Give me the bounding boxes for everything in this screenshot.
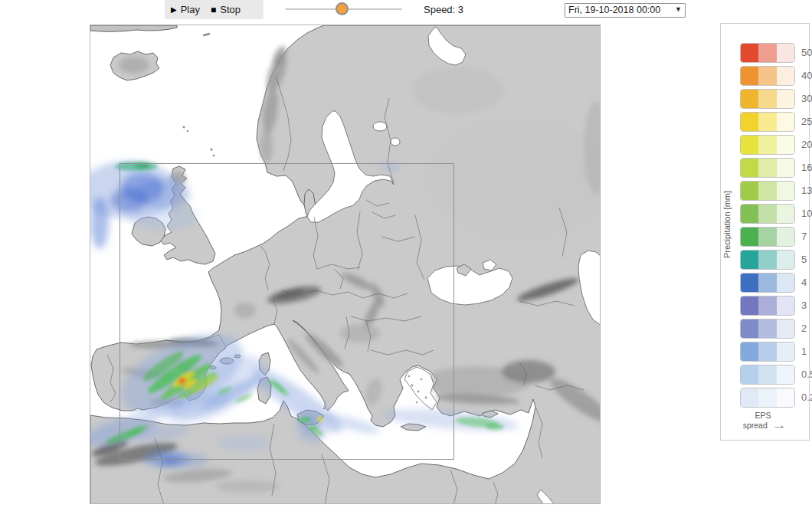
legend-swatch-cell [758,388,776,407]
legend-swatch-cell [741,342,758,361]
legend-value: 20 [801,139,812,150]
legend-swatch [740,250,795,270]
legend-swatch-cell [741,365,758,384]
legend-swatch [740,204,795,224]
speed-label: Speed: 3 [424,4,463,15]
stop-icon: ■ [211,5,216,15]
map-canvas [90,25,601,504]
legend-row: 40 [740,66,795,86]
datetime-select[interactable]: Fri, 19-10-2018 00:00 [565,3,686,18]
legend-value: 0.2 [801,392,812,403]
legend-swatch-cell [777,251,794,269]
eps-spread-arrow-icon: → [771,421,787,431]
eps-label-line1: EPS [730,411,796,421]
legend-row: 2 [740,319,795,339]
precipitation-legend: Precipitation [mm] 50 40 30 25 [720,23,810,441]
legend-value: 0.5 [801,369,812,380]
speed-slider[interactable] [285,0,402,19]
datetime-dropdown-wrap: Fri, 19-10-2018 00:00 ▼ [565,2,686,17]
stop-label: Stop [220,4,241,15]
legend-swatch-cell [777,297,794,315]
legend-swatch-cell [777,205,794,223]
legend-value: 16 [801,162,812,173]
legend-swatch-cell [777,159,794,177]
legend-swatch-cell [758,67,776,85]
legend-swatch [740,342,795,362]
legend-title: Precipitation [mm] [722,171,732,278]
legend-swatch-cell [758,44,776,62]
legend-value: 30 [801,93,812,104]
legend-swatch-cell [758,182,776,200]
legend-swatch-cell [758,274,776,292]
legend-swatch-cell [758,113,776,131]
legend-swatch-cell [758,136,776,154]
legend-swatch [740,89,795,109]
precipitation-animation-app: ▶ Play ■ Stop Speed: 3 Fri, 19-10-2018 0… [0,0,812,521]
legend-swatch-cell [741,388,758,407]
legend-row: 0.2 [740,388,795,408]
play-label: Play [181,4,200,15]
play-icon: ▶ [171,6,177,14]
legend-swatch-cell [777,365,794,384]
legend-swatch [740,181,795,201]
legend-value: 13 [801,185,812,196]
legend-swatch-cell [741,182,758,200]
legend-swatch-cell [758,251,776,269]
legend-swatch-cell [777,274,794,292]
legend-value: 2 [801,323,807,334]
legend-row: 30 [740,89,795,109]
legend-swatch [740,227,795,247]
legend-row: 0.5 [740,365,795,385]
stop-button[interactable]: ■ Stop [211,4,241,15]
legend-swatch [740,319,795,339]
legend-swatch-cell [741,228,758,246]
legend-swatch-cell [777,388,794,407]
legend-swatch-cell [777,319,794,338]
legend-swatch-cell [777,136,794,154]
speed-slider-knob[interactable] [336,2,349,15]
eps-label-line2: spread [743,421,768,430]
legend-swatch [740,273,795,293]
legend-value: 50 [801,47,812,58]
legend-swatch-cell [777,67,794,85]
eps-spread-label: EPS spread→ [730,411,796,431]
legend-row: 20 [740,135,795,155]
legend-swatch-cell [758,319,776,338]
legend-row: 7 [740,227,795,247]
legend-value: 40 [801,70,812,81]
legend-swatch-cell [741,274,758,292]
legend-swatch [740,135,795,155]
legend-value: 3 [801,300,807,311]
legend-swatch-cell [741,136,758,154]
legend-row: 13 [740,181,795,201]
legend-swatch-cell [741,44,758,62]
legend-swatch [740,43,795,63]
legend-swatch [740,158,795,178]
legend-value: 5 [801,254,807,265]
legend-swatch-cell [741,159,758,177]
legend-swatch-cell [758,342,776,361]
legend-swatch-cell [741,90,758,108]
legend-swatch-cell [777,44,794,62]
legend-swatch-cell [758,228,776,246]
legend-row: 16 [740,158,795,178]
legend-swatch-cell [741,297,758,315]
legend-swatch-cell [758,159,776,177]
legend-swatch-cell [741,251,758,269]
legend-row: 10 [740,204,795,224]
legend-swatch-cell [741,205,758,223]
legend-swatch-cell [741,67,758,85]
europe-precipitation-map [90,25,601,504]
legend-swatch-cell [777,113,794,131]
legend-value: 1 [801,346,807,357]
legend-row: 1 [740,342,795,362]
play-button[interactable]: ▶ Play [171,4,200,15]
legend-swatch-cell [777,90,794,108]
legend-row: 4 [740,273,795,293]
legend-swatch [740,365,795,385]
legend-value: 25 [801,116,812,127]
legend-swatch-cell [741,319,758,338]
legend-swatch-cell [777,182,794,200]
legend-row: 50 [740,43,795,63]
legend-swatch-cell [777,228,794,246]
